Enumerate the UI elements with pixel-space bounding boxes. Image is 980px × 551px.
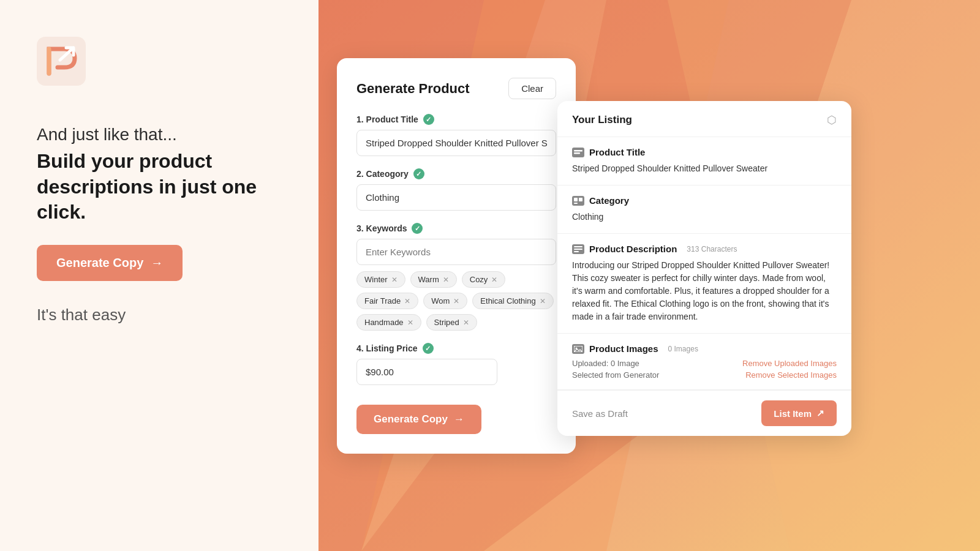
keywords-tags: Winter✕Warm✕Cozy✕Fair Trade✕Wom✕Ethical … bbox=[356, 271, 556, 331]
tag-remove-icon[interactable]: ✕ bbox=[404, 297, 410, 305]
images-icon bbox=[572, 344, 584, 354]
main-title: Build your product descriptions in just … bbox=[37, 149, 282, 225]
category-input[interactable] bbox=[356, 184, 556, 211]
tag: Wom✕ bbox=[423, 293, 467, 309]
listing-images-label-text: Product Images bbox=[589, 343, 658, 354]
tag: Handmade✕ bbox=[356, 314, 421, 331]
tag-remove-icon[interactable]: ✕ bbox=[391, 276, 398, 284]
listing-card-title: Your Listing bbox=[572, 114, 632, 126]
tag-remove-icon[interactable]: ✕ bbox=[453, 297, 459, 305]
tag: Cozy✕ bbox=[462, 271, 506, 288]
tag-remove-icon[interactable]: ✕ bbox=[540, 297, 546, 305]
svg-rect-7 bbox=[574, 152, 580, 154]
tag-label: Cozy bbox=[470, 275, 488, 284]
tag-icon bbox=[572, 148, 584, 157]
keywords-check-icon: ✓ bbox=[412, 223, 423, 234]
right-area: Generate Product Clear 1. Product Title … bbox=[318, 0, 980, 551]
subtitle: And just like that... bbox=[37, 122, 282, 146]
tag-remove-icon[interactable]: ✕ bbox=[491, 276, 497, 284]
tag-remove-icon[interactable]: ✕ bbox=[407, 318, 413, 327]
generate-copy-label-left: Generate Copy bbox=[56, 256, 143, 270]
left-text-block: And just like that... Build your product… bbox=[37, 122, 282, 324]
listing-description-value: Introducing our Striped Dropped Shoulder… bbox=[572, 259, 837, 323]
listing-card-footer: Save as Draft List Item ↗ bbox=[557, 390, 851, 436]
listing-card: Your Listing ⬡ Product Title Striped Dro… bbox=[557, 101, 851, 436]
svg-rect-5 bbox=[37, 37, 86, 86]
category-label: 2. Cateogory ✓ bbox=[356, 168, 556, 179]
listing-price-label-text: 4. Listing Price bbox=[356, 343, 418, 353]
external-link-icon[interactable]: ⬡ bbox=[827, 113, 837, 127]
images-selected-row: Selected from Generator Remove Selected … bbox=[572, 370, 837, 380]
listing-price-check-icon: ✓ bbox=[423, 343, 434, 354]
tag: Warm✕ bbox=[410, 271, 457, 288]
product-title-label: 1. Product Title ✓ bbox=[356, 114, 556, 125]
listing-price-section: 4. Listing Price ✓ bbox=[356, 343, 556, 385]
save-draft-button[interactable]: Save as Draft bbox=[572, 408, 628, 419]
arrow-icon-left: → bbox=[151, 256, 163, 270]
listing-images-section: Product Images 0 Images Uploaded: 0 Imag… bbox=[557, 334, 851, 390]
generate-copy-button-form[interactable]: Generate Copy → bbox=[356, 405, 481, 434]
listing-price-input[interactable] bbox=[356, 359, 497, 385]
listing-category-label-text: Category bbox=[589, 195, 629, 206]
svg-rect-6 bbox=[574, 150, 582, 152]
keywords-label-text: 3. Keywords bbox=[356, 223, 407, 233]
tag: Winter✕ bbox=[356, 271, 405, 288]
keywords-section: 3. Keywords ✓ Winter✕Warm✕Cozy✕Fair Trad… bbox=[356, 223, 556, 331]
left-panel: And just like that... Build your product… bbox=[0, 0, 318, 551]
clear-button[interactable]: Clear bbox=[508, 78, 556, 99]
list-item-arrow-icon: ↗ bbox=[816, 408, 824, 419]
category-label-text: 2. Cateogory bbox=[356, 169, 409, 179]
listing-category-label: Category bbox=[572, 195, 837, 206]
product-title-section: 1. Product Title ✓ bbox=[356, 114, 556, 156]
generate-copy-label-form: Generate Copy bbox=[374, 413, 448, 425]
listing-category-value: Clothing bbox=[572, 211, 837, 223]
category-icon bbox=[572, 196, 584, 206]
tag: Ethical Clothing✕ bbox=[472, 293, 553, 309]
category-check-icon: ✓ bbox=[413, 168, 424, 179]
tag-remove-icon[interactable]: ✕ bbox=[443, 276, 449, 284]
remove-uploaded-link[interactable]: Remove Uploaded Images bbox=[742, 359, 837, 368]
generate-product-form: Generate Product Clear 1. Product Title … bbox=[337, 58, 576, 454]
svg-rect-13 bbox=[574, 251, 579, 252]
list-item-button[interactable]: List Item ↗ bbox=[761, 400, 837, 426]
listing-category-section: Category Clothing bbox=[557, 186, 851, 234]
images-count: 0 Images bbox=[668, 345, 698, 353]
product-title-check-icon: ✓ bbox=[423, 114, 434, 125]
tag-label: Ethical Clothing bbox=[480, 296, 535, 305]
tag-remove-icon[interactable]: ✕ bbox=[463, 318, 469, 327]
description-icon bbox=[572, 244, 584, 254]
easy-text: It's that easy bbox=[37, 305, 282, 324]
svg-rect-9 bbox=[579, 198, 582, 201]
tag-label: Fair Trade bbox=[364, 296, 401, 305]
tag-label: Wom bbox=[431, 296, 450, 305]
svg-rect-10 bbox=[574, 203, 578, 204]
listing-description-label: Product Description 313 Characters bbox=[572, 244, 837, 254]
listing-product-title-label-text: Product Title bbox=[589, 147, 645, 157]
logo bbox=[37, 37, 86, 86]
generate-copy-button-left[interactable]: Generate Copy → bbox=[37, 245, 183, 281]
remove-selected-link[interactable]: Remove Selected Images bbox=[745, 370, 837, 380]
listing-description-label-text: Product Description bbox=[589, 244, 677, 254]
product-title-input[interactable] bbox=[356, 130, 556, 156]
uploaded-info: Uploaded: 0 Image bbox=[572, 359, 639, 368]
listing-product-title-section: Product Title Striped Dropped Shoulder K… bbox=[557, 137, 851, 186]
svg-rect-12 bbox=[574, 249, 582, 250]
svg-rect-11 bbox=[574, 246, 582, 247]
tag-label: Winter bbox=[364, 275, 388, 284]
form-header: Generate Product Clear bbox=[356, 78, 556, 99]
list-item-label: List Item bbox=[774, 408, 812, 419]
listing-card-header: Your Listing ⬡ bbox=[557, 101, 851, 137]
tag-label: Striped bbox=[434, 318, 459, 327]
form-title: Generate Product bbox=[356, 81, 470, 97]
char-count: 313 Characters bbox=[687, 245, 737, 253]
keywords-input[interactable] bbox=[356, 239, 556, 265]
product-title-label-text: 1. Product Title bbox=[356, 114, 418, 124]
arrow-icon-form: → bbox=[454, 413, 464, 425]
tag-label: Handmade bbox=[364, 318, 404, 327]
listing-images-label: Product Images 0 Images bbox=[572, 343, 837, 354]
keywords-label: 3. Keywords ✓ bbox=[356, 223, 556, 234]
listing-description-section: Product Description 313 Characters Intro… bbox=[557, 234, 851, 334]
category-section: 2. Cateogory ✓ bbox=[356, 168, 556, 211]
listing-price-label: 4. Listing Price ✓ bbox=[356, 343, 556, 354]
images-uploaded-row: Uploaded: 0 Image Remove Uploaded Images bbox=[572, 359, 837, 368]
